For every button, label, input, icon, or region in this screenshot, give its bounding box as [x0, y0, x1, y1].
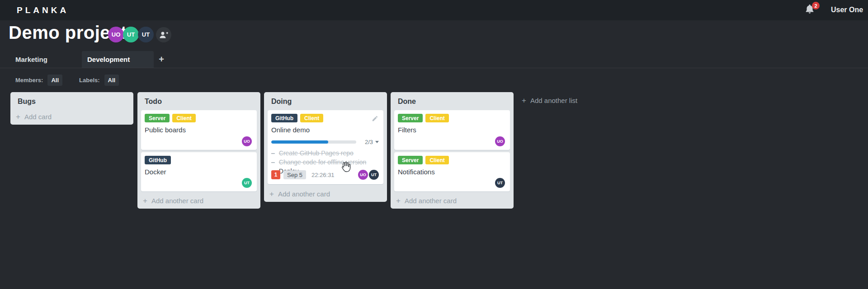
label-chip: Server	[398, 114, 423, 122]
label-chip: GitHub	[145, 156, 171, 164]
avatar: UO	[358, 170, 368, 180]
card-labels: Server Client	[145, 114, 253, 122]
list-title[interactable]: Doing	[264, 92, 387, 107]
planka-logo[interactable]: PLANKA	[17, 5, 69, 15]
avatar[interactable]: UT	[138, 27, 154, 42]
plus-icon: +	[16, 113, 20, 120]
plus-icon: +	[522, 97, 526, 104]
card-title: Docker	[145, 168, 253, 176]
card-title: Filters	[398, 126, 506, 134]
label-chip: GitHub	[271, 114, 297, 122]
board-tabs: Marketing Development +	[0, 51, 868, 68]
add-board-button[interactable]: +	[155, 51, 168, 68]
avatar[interactable]: UT	[123, 27, 139, 42]
avatar: UT	[369, 170, 379, 180]
labels-filter-label: Labels:	[79, 77, 100, 84]
add-card-label: Add card	[24, 113, 52, 121]
add-card-button[interactable]: + Add another card	[396, 197, 457, 205]
task-item: Create GitHub Pages repo	[271, 149, 380, 158]
add-card-label: Add another card	[278, 190, 330, 198]
card-assignees: UO UT	[358, 170, 379, 180]
notifications-button[interactable]: 2	[805, 4, 821, 18]
card-labels: Server Client	[398, 114, 506, 122]
label-chip: Client	[172, 114, 195, 122]
add-list-button[interactable]: + Add another list	[518, 93, 581, 108]
card-online-demo[interactable]: GitHub Client Online demo 2/3 Create Gi	[268, 110, 383, 184]
plus-icon: +	[143, 197, 147, 204]
user-menu[interactable]: User One	[831, 6, 863, 14]
add-card-label: Add another card	[405, 197, 457, 205]
list-title[interactable]: Todo	[137, 92, 260, 107]
card-stack: GitHub Client Online demo 2/3 Create Gi	[264, 110, 387, 184]
card-labels: GitHub Client	[271, 114, 380, 122]
tab-development[interactable]: Development	[82, 51, 154, 68]
label-chip: Server	[398, 156, 423, 164]
add-card-label: Add another card	[151, 197, 203, 205]
checklist-counter[interactable]: 2/3	[365, 139, 379, 145]
card-docker[interactable]: GitHub Docker UT	[141, 152, 257, 191]
label-chip: Client	[425, 156, 448, 164]
list-doing: Doing GitHub Client Online demo 2/3	[264, 92, 387, 202]
members-filter-label: Members:	[15, 77, 43, 84]
project-members: UO UT UT	[108, 27, 171, 42]
card-labels: GitHub	[145, 156, 253, 164]
add-card-button[interactable]: + Add another card	[269, 190, 330, 198]
board-filters: Members: All Labels: All	[15, 74, 119, 86]
edit-card-button[interactable]	[372, 115, 378, 122]
plus-icon: +	[396, 197, 401, 204]
card-footer: 1 Sep 5 22:26:31 UO UT	[271, 170, 379, 180]
list-title[interactable]: Done	[391, 92, 514, 107]
card-notifications[interactable]: Server Client Notifications UT	[394, 152, 510, 191]
progress-fill	[271, 140, 328, 144]
timer-text: 22:26:31	[311, 172, 335, 178]
card-title: Public boards	[145, 126, 253, 134]
app-header: PLANKA 2 User One	[0, 0, 868, 20]
chevron-down-icon	[375, 141, 379, 143]
plus-icon: +	[269, 191, 274, 197]
labels-filter-button[interactable]: All	[104, 75, 119, 86]
due-count-badge: 1	[271, 170, 280, 179]
label-chip: Client	[300, 114, 323, 122]
add-member-button[interactable]	[156, 27, 171, 42]
list-title[interactable]: Bugs	[10, 92, 133, 107]
add-list-label: Add another list	[530, 97, 577, 104]
task-item: Change code for offline version	[271, 158, 380, 167]
card-public-boards[interactable]: Server Client Public boards UO	[141, 110, 257, 150]
progress-bar	[271, 140, 356, 144]
list-bugs: Bugs + Add card	[10, 92, 133, 125]
avatar: UT	[242, 178, 252, 188]
card-labels: Server Client	[398, 156, 506, 164]
avatar[interactable]: UO	[108, 27, 124, 42]
avatar: UO	[495, 136, 505, 146]
members-filter-button[interactable]: All	[47, 75, 62, 86]
card-title: Notifications	[398, 168, 506, 176]
tab-marketing[interactable]: Marketing	[10, 51, 82, 68]
card-filters[interactable]: Server Client Filters UO	[394, 110, 510, 150]
checklist-progress: 2/3	[271, 139, 380, 145]
avatar: UT	[495, 178, 505, 188]
list-done: Done Server Client Filters UO Server Cli…	[391, 92, 514, 209]
notification-count-badge: 2	[812, 2, 820, 9]
person-add-icon	[159, 31, 168, 39]
pencil-icon	[372, 115, 378, 122]
avatar: UO	[242, 136, 252, 146]
due-date-badge: Sep 5	[283, 170, 306, 179]
checklist-count-text: 2/3	[365, 139, 373, 145]
card-stack: Server Client Public boards UO GitHub Do…	[137, 110, 260, 191]
card-title: Online demo	[271, 126, 380, 134]
label-chip: Server	[145, 114, 170, 122]
label-chip: Client	[425, 114, 448, 122]
add-card-button[interactable]: + Add card	[16, 113, 52, 121]
card-stack: Server Client Filters UO Server Client N…	[391, 110, 514, 191]
add-card-button[interactable]: + Add another card	[143, 197, 203, 205]
list-todo: Todo Server Client Public boards UO GitH…	[137, 92, 260, 209]
